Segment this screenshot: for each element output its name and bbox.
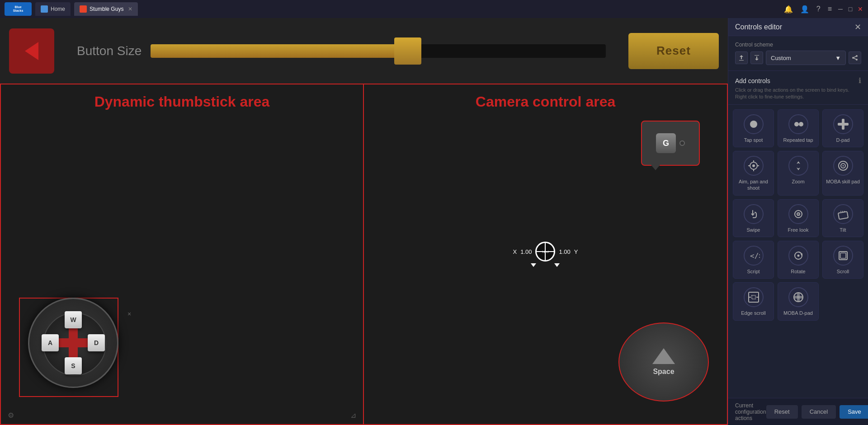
space-triangle-icon [652,348,675,364]
space-button-container[interactable]: Space [618,322,709,402]
scheme-selected: Custom [771,55,791,61]
control-moba-skill-pad[interactable]: MOBA skill pad [822,151,863,196]
svg-point-7 [799,122,803,126]
reset-button[interactable]: Reset [628,33,719,69]
moba-dpad-label: MOBA D-pad [783,310,813,316]
control-edge-scroll[interactable]: Edge scroll [733,282,774,320]
button-size-slider[interactable] [151,44,606,58]
zoom-label: Zoom [792,178,804,185]
key-w-button[interactable]: W [65,311,82,328]
control-repeated-tap[interactable]: Repeated tap [778,109,819,147]
dropdown-arrow-icon: ▼ [835,55,841,61]
control-swipe[interactable]: Swipe [733,199,774,237]
control-tilt[interactable]: Tilt [822,199,863,237]
free-look-label: Free look [788,227,809,233]
dpad-container[interactable]: W A S D [28,298,118,388]
dynamic-thumbstick-area: Dynamic thumbstick area × [0,84,364,425]
panel-close-button[interactable]: ✕ [854,22,861,32]
back-arrow-icon [25,42,38,60]
scheme-dropdown[interactable]: Custom ▼ [766,51,846,65]
controls-panel: Controls editor ✕ Control scheme Custom … [728,18,868,425]
svg-point-21 [798,214,799,215]
home-icon [41,5,48,13]
slider-thumb[interactable] [394,37,421,65]
close-tab-btn[interactable]: ✕ [128,6,132,12]
space-label[interactable]: Space [653,368,674,376]
key-d-button[interactable]: D [88,334,105,351]
d-pad-icon [833,114,853,134]
footer-buttons: Reset Cancel Save [766,405,868,419]
g-speech-tail [651,165,660,170]
arrow-down-x [531,263,537,267]
x-value: 1.00 [520,248,532,255]
resize-icon[interactable]: ⊿ [350,411,356,420]
g-button-container[interactable]: G [641,121,700,166]
scroll-icon [833,246,853,266]
svg-point-6 [794,122,799,126]
notifications-icon[interactable]: 🔔 [784,5,793,14]
control-script[interactable]: </> Script [733,241,774,279]
control-tap-spot[interactable]: Tap spot [733,109,774,147]
key-a-button[interactable]: A [42,334,59,351]
tab-stumble-guys[interactable]: Stumble Guys ✕ [74,2,138,16]
panel-header: Controls editor ✕ [728,18,868,36]
footer-save-button[interactable]: Save [840,405,868,419]
control-scroll[interactable]: Scroll [822,241,863,279]
control-rotate[interactable]: Rotate [778,241,819,279]
scheme-share-icon[interactable] [849,51,861,64]
help-icon[interactable]: ? [816,5,821,13]
camera-control-area: Camera control area X 1.00 ht cl 1.00 Y [364,84,728,425]
control-d-pad[interactable]: D-pad [822,109,863,147]
moba-skill-pad-label: MOBA skill pad [826,178,860,185]
scheme-upload-icon[interactable] [735,51,748,64]
svg-line-4 [853,58,857,60]
control-free-look[interactable]: Free look [778,199,819,237]
svg-rect-22 [838,211,848,219]
dynamic-area-label: Dynamic thumbstick area [94,93,270,110]
script-label: Script [747,268,760,275]
account-icon[interactable]: 👤 [800,5,809,14]
button-size-label: Button Size [77,44,142,58]
rotate-icon [788,246,808,266]
aim-pan-shoot-icon [744,156,764,176]
back-button[interactable] [9,28,54,74]
g-key[interactable]: G [656,133,676,153]
tilt-icon [833,204,853,224]
repeated-tap-label: Repeated tap [783,137,813,143]
control-zoom[interactable]: Zoom [778,151,819,196]
tab-home[interactable]: Home [35,2,71,16]
menu-icon[interactable]: ≡ [828,5,832,13]
dpad-circle[interactable]: W A S D [28,298,118,388]
control-aim-pan-shoot[interactable]: Aim, pan and shoot [733,151,774,196]
maximize-button[interactable]: □ [847,6,854,12]
moba-skill-pad-icon [833,156,853,176]
minimize-button[interactable]: ─ [837,6,844,12]
scheme-label: Control scheme [735,42,861,48]
key-s-button[interactable]: S [65,357,82,374]
top-bar: Button Size Reset [0,18,728,84]
game-zones: Dynamic thumbstick area × [0,84,728,425]
svg-point-11 [752,164,755,167]
add-controls-header: Add controls ℹ [735,76,861,85]
svg-line-3 [853,56,857,58]
scheme-export-icon[interactable] [750,51,763,64]
footer-cancel-button[interactable]: Cancel [802,405,836,419]
settings-icon[interactable]: ⚙ [8,411,14,420]
x-marker: × [127,310,131,318]
info-icon[interactable]: ℹ [859,76,861,85]
add-controls-title: Add controls [735,77,770,84]
close-button[interactable]: ✕ [857,6,863,12]
scheme-controls: Custom ▼ [735,51,861,65]
panel-title: Controls editor [735,23,782,31]
footer-reset-button[interactable]: Reset [766,405,798,419]
repeated-tap-icon [788,114,808,134]
bluestacks-logo: BlueStacks [5,2,32,16]
footer-label: Current configuration actions [735,402,766,421]
control-moba-dpad[interactable]: MOBA D-pad [778,282,819,320]
panel-footer: Current configuration actions Reset Canc… [728,398,868,425]
title-bar: BlueStacks Home Stumble Guys ✕ 🔔 👤 ? ≡ ─… [0,0,868,18]
crosshair-icon[interactable]: ht cl [536,242,556,262]
crosshair-container[interactable]: X 1.00 ht cl 1.00 Y [513,242,578,267]
svg-rect-9 [838,123,849,126]
swipe-label: Swipe [747,227,760,233]
